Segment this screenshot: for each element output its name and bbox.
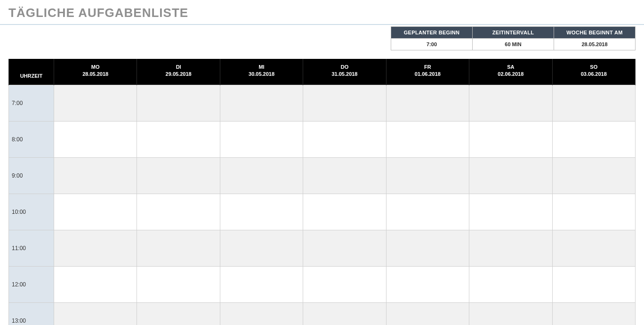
task-cell[interactable] [220, 157, 303, 194]
task-cell[interactable] [552, 157, 635, 194]
task-cell[interactable] [386, 230, 469, 266]
task-cell[interactable] [469, 302, 552, 325]
day-of-week: FR [388, 64, 467, 71]
settings-table: GEPLANTER BEGINN ZEITINTERVALL WOCHE BEG… [391, 26, 636, 50]
time-label: 8:00 [9, 121, 54, 157]
day-of-week: SO [555, 64, 633, 71]
task-cell[interactable] [137, 302, 220, 325]
settings-header-weekstart: WOCHE BEGINNT AM [554, 27, 636, 39]
calendar-header-day-1: DI 29.05.2018 [137, 59, 220, 85]
task-cell[interactable] [386, 157, 469, 194]
task-cell[interactable] [469, 121, 552, 157]
time-label: 11:00 [9, 230, 54, 266]
task-cell[interactable] [552, 302, 635, 325]
task-cell[interactable] [220, 302, 303, 325]
task-cell[interactable] [54, 157, 137, 194]
day-date: 29.05.2018 [139, 71, 217, 78]
task-cell[interactable] [54, 194, 137, 230]
task-cell[interactable] [552, 230, 635, 266]
task-cell[interactable] [220, 266, 303, 302]
task-cell[interactable] [469, 230, 552, 266]
time-label: 10:00 [9, 194, 54, 230]
calendar-header-day-3: DO 31.05.2018 [303, 59, 386, 85]
calendar-header-day-4: FR 01.06.2018 [386, 59, 469, 85]
time-row: 10:00 [9, 194, 636, 230]
task-cell[interactable] [469, 266, 552, 302]
calendar: UHRZEIT MO 28.05.2018 DI 29.05.2018 MI 3… [8, 59, 636, 325]
calendar-header-day-6: SO 03.06.2018 [552, 59, 635, 85]
calendar-body: 7:00 8:00 [9, 85, 636, 325]
task-cell[interactable] [54, 230, 137, 266]
task-cell[interactable] [303, 302, 386, 325]
task-cell[interactable] [54, 85, 137, 121]
calendar-header-day-0: MO 28.05.2018 [54, 59, 137, 85]
calendar-table: UHRZEIT MO 28.05.2018 DI 29.05.2018 MI 3… [8, 59, 636, 325]
task-cell[interactable] [137, 230, 220, 266]
task-cell[interactable] [386, 266, 469, 302]
calendar-header-time: UHRZEIT [9, 59, 54, 85]
task-cell[interactable] [386, 85, 469, 121]
task-cell[interactable] [303, 230, 386, 266]
time-row: 12:00 [9, 266, 636, 302]
time-row: 8:00 [9, 121, 636, 157]
task-cell[interactable] [54, 302, 137, 325]
settings-header-start: GEPLANTER BEGINN [391, 27, 473, 39]
title-underline [0, 24, 644, 25]
day-date: 02.06.2018 [471, 71, 550, 78]
day-of-week: DO [305, 64, 384, 71]
task-cell[interactable] [137, 194, 220, 230]
day-date: 31.05.2018 [305, 71, 384, 78]
settings-value-interval[interactable]: 60 MIN [473, 39, 554, 50]
task-cell[interactable] [220, 194, 303, 230]
task-cell[interactable] [220, 121, 303, 157]
day-date: 30.05.2018 [222, 71, 301, 78]
time-row: 13:00 [9, 302, 636, 325]
task-cell[interactable] [303, 85, 386, 121]
task-cell[interactable] [137, 85, 220, 121]
task-cell[interactable] [386, 121, 469, 157]
task-cell[interactable] [220, 230, 303, 266]
task-cell[interactable] [54, 121, 137, 157]
day-of-week: MO [56, 64, 135, 71]
day-of-week: SA [471, 64, 550, 71]
calendar-header-day-2: MI 30.05.2018 [220, 59, 303, 85]
settings-header-interval: ZEITINTERVALL [473, 27, 554, 39]
day-of-week: MI [222, 64, 301, 71]
time-row: 11:00 [9, 230, 636, 266]
task-cell[interactable] [386, 194, 469, 230]
task-cell[interactable] [303, 121, 386, 157]
time-label: 9:00 [9, 157, 54, 194]
task-cell[interactable] [303, 157, 386, 194]
task-cell[interactable] [303, 194, 386, 230]
time-row: 7:00 [9, 85, 636, 121]
page-title: TÄGLICHE AUFGABENLISTE [0, 0, 644, 24]
calendar-header-row: UHRZEIT MO 28.05.2018 DI 29.05.2018 MI 3… [9, 59, 636, 85]
time-label: 12:00 [9, 266, 54, 302]
task-cell[interactable] [137, 121, 220, 157]
task-cell[interactable] [386, 302, 469, 325]
task-cell[interactable] [220, 85, 303, 121]
task-cell[interactable] [303, 266, 386, 302]
task-cell[interactable] [137, 266, 220, 302]
task-cell[interactable] [552, 266, 635, 302]
task-cell[interactable] [552, 85, 635, 121]
time-label: 13:00 [9, 302, 54, 325]
day-date: 01.06.2018 [388, 71, 467, 78]
task-cell[interactable] [552, 121, 635, 157]
day-date: 28.05.2018 [56, 71, 135, 78]
task-cell[interactable] [54, 266, 137, 302]
day-date: 03.06.2018 [555, 71, 633, 78]
time-row: 9:00 [9, 157, 636, 194]
task-cell[interactable] [469, 194, 552, 230]
task-cell[interactable] [469, 157, 552, 194]
task-cell[interactable] [552, 194, 635, 230]
task-cell[interactable] [469, 85, 552, 121]
time-label: 7:00 [9, 85, 54, 121]
settings-value-weekstart[interactable]: 28.05.2018 [554, 39, 636, 50]
day-of-week: DI [139, 64, 217, 71]
settings-bar: GEPLANTER BEGINN ZEITINTERVALL WOCHE BEG… [8, 26, 636, 50]
calendar-header-day-5: SA 02.06.2018 [469, 59, 552, 85]
settings-value-start[interactable]: 7:00 [391, 39, 473, 50]
task-cell[interactable] [137, 157, 220, 194]
